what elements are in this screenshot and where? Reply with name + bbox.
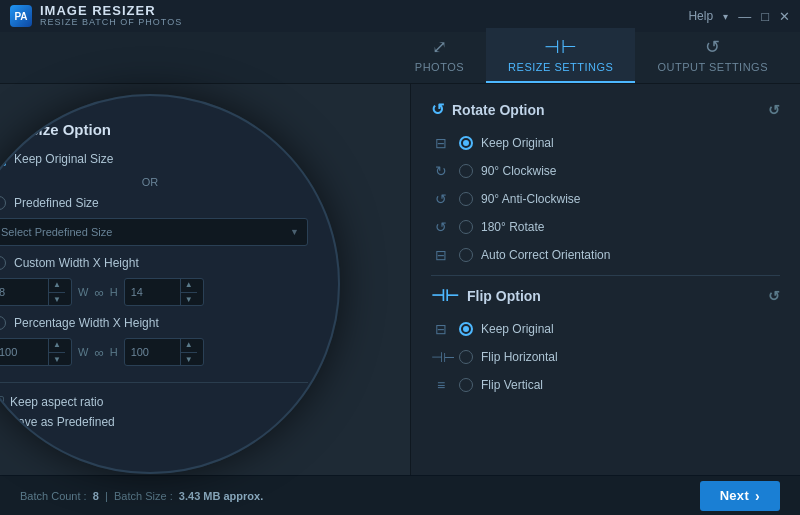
app-name: IMAGE RESIZER: [40, 4, 182, 18]
photos-tab-icon: ⤢: [432, 36, 448, 58]
percentage-label: Percentage Width X Height: [14, 316, 159, 330]
pct-link-icon: ∞: [94, 345, 103, 360]
flip-horizontal-row[interactable]: ⊣⊢ Flip Horizontal: [431, 347, 780, 367]
rotate-180-label: 180° Rotate: [481, 220, 545, 234]
titlebar-right: Help ▾ — □ ✕: [688, 9, 790, 24]
rotate-keep-original-row[interactable]: ⊟ Keep Original: [431, 133, 780, 153]
rotate-ccw-icon: ↺: [431, 191, 451, 207]
bottom-bar: Batch Count : 8 | Batch Size : 3.43 MB a…: [0, 475, 800, 515]
rotate-keep-icon: ⊟: [431, 135, 451, 151]
rotate-180-radio[interactable]: [459, 220, 473, 234]
flip-vertical-row[interactable]: ≡ Flip Vertical: [431, 375, 780, 395]
tab-resize-label: RESIZE SETTINGS: [508, 61, 613, 73]
rotate-keep-radio[interactable]: [459, 136, 473, 150]
flip-section-title: Flip Option: [467, 288, 541, 304]
or-divider: OR: [0, 176, 308, 188]
save-predefined-checkbox[interactable]: [0, 416, 4, 428]
pct-w-label: W: [78, 346, 88, 358]
rotate-ccw-radio[interactable]: [459, 192, 473, 206]
pct-width-input[interactable]: 100 ▲ ▼: [0, 338, 72, 366]
flip-section-header: ⊣⊢ Flip Option ↺: [431, 286, 780, 305]
rotate-auto-row[interactable]: ⊟ Auto Correct Orientation: [431, 245, 780, 265]
app-logo-text: PA: [14, 11, 27, 22]
tab-resize-settings[interactable]: ⊣⊢ RESIZE SETTINGS: [486, 28, 635, 83]
main-content: ◀ Resize Option ✓ Keep Original Size OR …: [0, 84, 800, 475]
h-label: H: [110, 286, 118, 298]
pct-height-input[interactable]: 100 ▲ ▼: [124, 338, 204, 366]
rotate-180-row[interactable]: ↺ 180° Rotate: [431, 217, 780, 237]
minimize-button[interactable]: —: [738, 9, 751, 24]
checkmark-icon: ✓: [0, 154, 3, 165]
height-down-btn[interactable]: ▼: [181, 293, 197, 307]
rotate-ccw-row[interactable]: ↺ 90° Anti-Clockwise: [431, 189, 780, 209]
tab-navigation: ⤢ PHOTOS ⊣⊢ RESIZE SETTINGS ↺ OUTPUT SET…: [0, 32, 800, 84]
predefined-radio[interactable]: [0, 196, 6, 210]
custom-height-value: 14: [131, 286, 180, 298]
flip-reset-button[interactable]: ↺: [768, 288, 780, 304]
custom-width-input[interactable]: 8 ▲ ▼: [0, 278, 72, 306]
close-button[interactable]: ✕: [779, 9, 790, 24]
batch-separator: |: [105, 490, 108, 502]
next-button[interactable]: Next ›: [700, 481, 780, 511]
titlebar-left: PA IMAGE RESIZER RESIZE BATCH OF PHOTOS: [10, 4, 182, 28]
rotate-auto-label: Auto Correct Orientation: [481, 248, 610, 262]
rotate-180-icon: ↺: [431, 219, 451, 235]
pct-h-label: H: [110, 346, 118, 358]
keep-original-checkbox[interactable]: ✓: [0, 152, 6, 166]
percentage-size-row[interactable]: Percentage Width X Height: [0, 316, 308, 330]
width-spinner[interactable]: ▲ ▼: [48, 278, 65, 306]
rotate-keep-label: Keep Original: [481, 136, 554, 150]
pct-width-up-btn[interactable]: ▲: [49, 338, 65, 353]
aspect-ratio-row[interactable]: Keep aspect ratio: [0, 395, 308, 409]
flip-keep-label: Keep Original: [481, 322, 554, 336]
help-button[interactable]: Help: [688, 9, 713, 23]
batch-count-label: Batch Count :: [20, 490, 87, 502]
custom-radio[interactable]: [0, 256, 6, 270]
percentage-size-inputs: 100 ▲ ▼ W ∞ H 100 ▲ ▼: [0, 338, 308, 366]
next-arrow-icon: ›: [755, 488, 760, 504]
save-predefined-row[interactable]: Save as Predefined: [0, 415, 308, 429]
predefined-size-select[interactable]: Select Predefined Size ▼: [0, 218, 308, 246]
keep-original-size-row[interactable]: ✓ Keep Original Size: [0, 152, 308, 166]
flip-keep-row[interactable]: ⊟ Keep Original: [431, 319, 780, 339]
pct-width-spinner[interactable]: ▲ ▼: [48, 338, 65, 366]
save-predefined-label: Save as Predefined: [10, 415, 115, 429]
output-tab-icon: ↺: [705, 36, 721, 58]
custom-size-row[interactable]: Custom Width X Height: [0, 256, 308, 270]
percentage-radio[interactable]: [0, 316, 6, 330]
flip-v-radio[interactable]: [459, 378, 473, 392]
maximize-button[interactable]: □: [761, 9, 769, 24]
width-up-btn[interactable]: ▲: [49, 278, 65, 293]
tab-photos[interactable]: ⤢ PHOTOS: [393, 28, 486, 83]
resize-option-heading: Resize Option: [11, 121, 111, 138]
rotate-cw-radio[interactable]: [459, 164, 473, 178]
rotate-reset-button[interactable]: ↺: [768, 102, 780, 118]
pct-height-spinner[interactable]: ▲ ▼: [180, 338, 197, 366]
pct-height-up-btn[interactable]: ▲: [181, 338, 197, 353]
flip-section-icon: ⊣⊢: [431, 286, 459, 305]
pct-height-down-btn[interactable]: ▼: [181, 353, 197, 367]
tab-output-settings[interactable]: ↺ OUTPUT SETTINGS: [635, 28, 790, 83]
height-up-btn[interactable]: ▲: [181, 278, 197, 293]
custom-height-input[interactable]: 14 ▲ ▼: [124, 278, 204, 306]
flip-h-label: Flip Horizontal: [481, 350, 558, 364]
flip-keep-radio[interactable]: [459, 322, 473, 336]
width-down-btn[interactable]: ▼: [49, 293, 65, 307]
titlebar-chevron-icon: ▾: [723, 11, 728, 22]
rotate-cw-row[interactable]: ↻ 90° Clockwise: [431, 161, 780, 181]
height-spinner[interactable]: ▲ ▼: [180, 278, 197, 306]
keep-original-label: Keep Original Size: [14, 152, 113, 166]
flip-h-icon: ⊣⊢: [431, 349, 451, 365]
rotate-section-header: ↺ Rotate Option ↺: [431, 100, 780, 119]
app-title: IMAGE RESIZER RESIZE BATCH OF PHOTOS: [40, 4, 182, 28]
predefined-size-row[interactable]: Predefined Size: [0, 196, 308, 210]
divider: [0, 382, 308, 383]
rotate-auto-radio[interactable]: [459, 248, 473, 262]
resize-options-panel: ◀ Resize Option ✓ Keep Original Size OR …: [0, 94, 340, 474]
pct-width-down-btn[interactable]: ▼: [49, 353, 65, 367]
aspect-ratio-checkbox[interactable]: [0, 396, 4, 408]
batch-size-value: 3.43 MB approx.: [179, 490, 263, 502]
pct-height-value: 100: [131, 346, 180, 358]
batch-count-value: 8: [93, 490, 99, 502]
flip-h-radio[interactable]: [459, 350, 473, 364]
